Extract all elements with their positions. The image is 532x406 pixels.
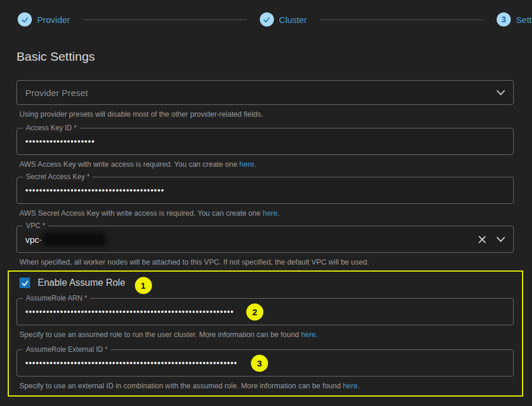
access-key-id-hint: AWS Access Key with write access is requ… [16, 160, 514, 169]
annotation-badge-3: 3 [251, 355, 268, 372]
step-cluster-check-icon [260, 12, 274, 27]
access-key-here-link[interactable]: here [239, 160, 254, 169]
page-title: Basic Settings [16, 49, 514, 64]
access-key-id-input[interactable] [25, 137, 505, 146]
wizard-stepper: Provider Cluster 3 Settings [0, 0, 532, 31]
hint-text: . [254, 160, 256, 169]
step-settings-label: Settings [516, 15, 532, 25]
settings-step-content: Basic Settings Provider Preset Using pro… [0, 49, 532, 397]
step-settings-number-icon: 3 [497, 12, 511, 27]
assume-role-here-link[interactable]: here [301, 331, 316, 339]
assume-role-external-id-field: AssumeRole External ID * 3 [16, 349, 514, 377]
step-connector [320, 19, 484, 20]
secret-access-key-input[interactable] [25, 186, 505, 195]
hint-text: AWS Access Key with write access is requ… [19, 160, 239, 169]
vpc-value-redaction [42, 232, 106, 246]
chevron-down-icon[interactable] [497, 237, 505, 242]
provider-preset-select[interactable]: Provider Preset [16, 80, 514, 105]
assume-role-arn-hint: Specify to use an assumed role to run th… [16, 331, 514, 339]
access-key-id-field: Access Key ID * [16, 128, 514, 155]
secret-access-key-hint: AWS Secret Access Key with write access … [16, 209, 514, 217]
step-connector [83, 19, 247, 20]
vpc-hint: When specified, all worker nodes will be… [16, 258, 514, 266]
secret-access-key-field: Secret Access Key * [16, 177, 514, 204]
annotation-badge-1: 1 [135, 277, 152, 294]
secret-key-here-link[interactable]: here [263, 209, 277, 217]
access-key-id-label: Access Key ID * [23, 123, 80, 133]
step-settings-number: 3 [501, 15, 506, 24]
annotation-badge-2: 2 [246, 303, 263, 321]
step-provider[interactable]: Provider [18, 12, 70, 27]
enable-assume-role-label[interactable]: Enable Assume Role [38, 278, 125, 288]
vpc-value: vpc- [25, 232, 468, 246]
assume-role-annotation-box: Enable Assume Role 1 AssumeRole ARN * 2 … [8, 270, 523, 397]
vpc-value-prefix: vpc- [25, 235, 42, 245]
enable-assume-role-checkbox[interactable] [19, 278, 30, 288]
assume-role-arn-input[interactable] [25, 307, 505, 316]
step-settings[interactable]: 3 Settings [497, 12, 532, 27]
secret-access-key-label: Secret Access Key * [23, 172, 92, 182]
hint-text: . [316, 331, 318, 339]
hint-text: AWS Secret Access Key with write access … [19, 209, 263, 217]
vpc-label: VPC * [23, 221, 48, 231]
step-cluster-label: Cluster [279, 15, 308, 25]
assume-role-arn-field: AssumeRole ARN * 2 [16, 298, 514, 325]
enable-assume-role-row: Enable Assume Role 1 [19, 275, 514, 291]
vpc-field[interactable]: VPC * vpc- [16, 226, 514, 253]
provider-preset-hint: Using provider presets will disable most… [16, 110, 514, 118]
chevron-down-icon[interactable] [497, 90, 505, 95]
external-id-here-link[interactable]: here [343, 382, 358, 390]
hint-text: Specify to use an assumed role to run th… [19, 331, 301, 339]
step-provider-label: Provider [37, 15, 70, 25]
hint-text: Specify to use an external ID in combina… [19, 382, 343, 390]
step-cluster[interactable]: Cluster [260, 12, 308, 27]
step-provider-check-icon [18, 12, 32, 27]
hint-text: . [277, 209, 279, 217]
assume-role-external-id-hint: Specify to use an external ID in combina… [16, 382, 514, 390]
hint-text: . [358, 382, 359, 390]
clear-icon[interactable] [478, 236, 486, 243]
assume-role-arn-label: AssumeRole ARN * [23, 293, 90, 303]
assume-role-external-id-label: AssumeRole External ID * [23, 345, 111, 355]
provider-preset-placeholder: Provider Preset [25, 88, 486, 98]
